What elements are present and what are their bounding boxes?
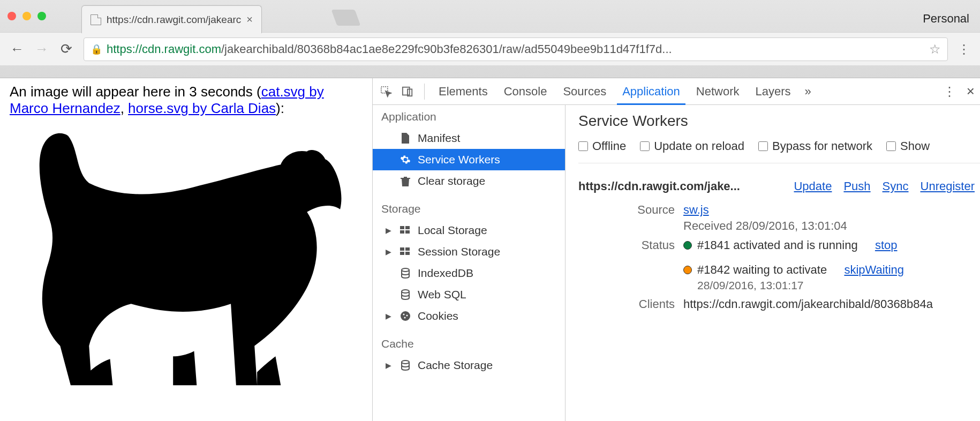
tab-network[interactable]: Network xyxy=(691,78,745,105)
sidebar-item-label: Session Storage xyxy=(418,245,500,258)
svg-rect-6 xyxy=(405,230,410,234)
page-icon xyxy=(399,133,411,144)
status-time: 28/09/2016, 13:01:17 xyxy=(697,279,980,292)
sidebar-item-label: Manifest xyxy=(418,132,460,145)
svg-rect-7 xyxy=(400,247,404,251)
sidebar-item-local-storage[interactable]: ▶Local Storage xyxy=(373,220,565,241)
svg-rect-4 xyxy=(405,226,410,229)
tab-application[interactable]: Application xyxy=(617,78,685,105)
tab-layers[interactable]: Layers xyxy=(750,78,796,105)
sw-action-push[interactable]: Push xyxy=(843,179,870,193)
svg-point-13 xyxy=(401,311,410,321)
check-offline[interactable]: Offline xyxy=(578,139,626,153)
service-workers-panel: Service Workers Offline Update on reload… xyxy=(566,105,980,421)
status-text: #1841 activated and is running xyxy=(697,238,858,252)
devtools-menu-icon[interactable]: ⋮ xyxy=(943,84,956,99)
forward-button[interactable]: → xyxy=(34,41,49,57)
devtools: Elements Console Sources Application Net… xyxy=(372,78,980,421)
sidebar-group-title: Application xyxy=(373,105,565,127)
label-clients: Clients xyxy=(578,297,675,311)
status-dot-orange-icon xyxy=(683,266,692,274)
inspect-element-icon[interactable] xyxy=(378,84,394,100)
sidebar-item-manifest[interactable]: ▶Manifest xyxy=(373,127,565,149)
svg-rect-10 xyxy=(405,252,410,255)
link-horse-svg[interactable]: horse.svg by Carla Dias xyxy=(128,100,276,116)
sw-stop-link[interactable]: stop xyxy=(875,238,898,252)
sidebar-item-clear-storage[interactable]: ▶Clear storage xyxy=(373,170,565,192)
status-row-waiting: #1842 waiting to activate skipWaiting xyxy=(683,263,980,277)
window-chrome: https://cdn.rawgit.com/jakearc × Persona… xyxy=(0,0,980,78)
sidebar-item-label: Service Workers xyxy=(418,153,500,166)
sidebar-item-label: Cache Storage xyxy=(418,359,493,372)
checkbox[interactable] xyxy=(578,141,588,151)
svg-point-17 xyxy=(402,360,409,364)
traffic-close[interactable] xyxy=(7,12,16,20)
label-source: Source xyxy=(578,203,675,233)
cookie-icon xyxy=(399,311,411,321)
tab-sources[interactable]: Sources xyxy=(557,78,612,105)
sw-action-update[interactable]: Update xyxy=(794,179,832,193)
sw-registration: https://cdn.rawgit.com/jake... Update Pu… xyxy=(578,173,980,318)
sw-origin: https://cdn.rawgit.com/jake... xyxy=(578,179,740,193)
svg-point-11 xyxy=(402,268,409,272)
sw-action-sync[interactable]: Sync xyxy=(883,179,909,193)
sidebar-item-label: Local Storage xyxy=(418,224,487,237)
tab-console[interactable]: Console xyxy=(499,78,553,105)
profile-label[interactable]: Personal xyxy=(923,12,969,26)
page-text: An image will appear here in 3 seconds ( xyxy=(10,84,261,100)
sidebar-item-web-sql[interactable]: ▶Web SQL xyxy=(373,284,565,305)
devtools-close-icon[interactable]: × xyxy=(967,83,975,100)
sw-source-received: Received 28/09/2016, 13:01:04 xyxy=(683,219,980,233)
sidebar-item-cache-storage[interactable]: ▶Cache Storage xyxy=(373,355,565,376)
svg-rect-9 xyxy=(400,252,404,255)
sidebar-item-service-workers[interactable]: ▶Service Workers xyxy=(373,149,565,170)
back-button[interactable]: ← xyxy=(10,41,25,57)
sidebar-item-indexeddb[interactable]: ▶IndexedDB xyxy=(373,262,565,284)
tabs-overflow-icon[interactable]: » xyxy=(805,85,811,99)
grid-icon xyxy=(399,247,411,256)
panel-title: Service Workers xyxy=(578,112,980,130)
page-icon xyxy=(91,14,101,25)
reload-button[interactable]: ⟳ xyxy=(59,41,74,57)
sidebar-group-title: Cache xyxy=(373,332,565,355)
page-sep: , xyxy=(120,100,128,116)
devtools-tabs: Elements Console Sources Application Net… xyxy=(373,78,980,105)
new-tab-button[interactable] xyxy=(331,10,361,26)
trash-icon xyxy=(399,176,411,186)
check-update-on-reload[interactable]: Update on reload xyxy=(640,139,744,153)
title-row: https://cdn.rawgit.com/jakearc × Persona… xyxy=(0,0,980,32)
traffic-zoom[interactable] xyxy=(37,12,46,20)
disclosure-triangle-icon: ▶ xyxy=(386,312,393,320)
url-host: ://cdn.rawgit.com xyxy=(132,42,221,56)
cat-image xyxy=(10,120,363,397)
checkbox[interactable] xyxy=(758,141,768,151)
sidebar-item-cookies[interactable]: ▶Cookies xyxy=(373,305,565,327)
omnibox[interactable]: 🔒 https://cdn.rawgit.com/jakearchibald/8… xyxy=(84,37,948,61)
device-toggle-icon[interactable] xyxy=(399,84,416,100)
browser-tab[interactable]: https://cdn.rawgit.com/jakearc × xyxy=(81,5,262,33)
toolbar: ← → ⟳ 🔒 https://cdn.rawgit.com/jakearchi… xyxy=(0,32,980,65)
sidebar-item-label: Clear storage xyxy=(418,175,485,187)
sw-skipwaiting-link[interactable]: skipWaiting xyxy=(844,263,904,277)
check-show-all[interactable]: Show xyxy=(886,139,930,153)
check-bypass[interactable]: Bypass for network xyxy=(758,139,872,153)
bookmark-star-icon[interactable]: ☆ xyxy=(925,42,941,57)
tab-close-icon[interactable]: × xyxy=(246,13,253,26)
disclosure-triangle-icon: ▶ xyxy=(386,361,393,370)
status-dot-green-icon xyxy=(683,241,692,250)
sidebar-item-label: IndexedDB xyxy=(418,267,473,280)
lock-icon: 🔒 xyxy=(91,43,102,55)
traffic-minimize[interactable] xyxy=(22,12,31,20)
svg-rect-1 xyxy=(403,87,410,95)
sw-source-link[interactable]: sw.js xyxy=(683,203,980,217)
browser-menu-button[interactable]: ⋮ xyxy=(958,42,970,57)
sidebar-item-session-storage[interactable]: ▶Session Storage xyxy=(373,241,565,262)
checkbox[interactable] xyxy=(886,141,896,151)
db-icon xyxy=(399,360,411,371)
cat-icon xyxy=(10,120,347,393)
url-scheme: https xyxy=(107,42,132,56)
tab-elements[interactable]: Elements xyxy=(433,78,493,105)
sw-action-unregister[interactable]: Unregister xyxy=(921,179,975,193)
checkbox[interactable] xyxy=(640,141,650,151)
status-text: #1842 waiting to activate xyxy=(697,263,827,277)
